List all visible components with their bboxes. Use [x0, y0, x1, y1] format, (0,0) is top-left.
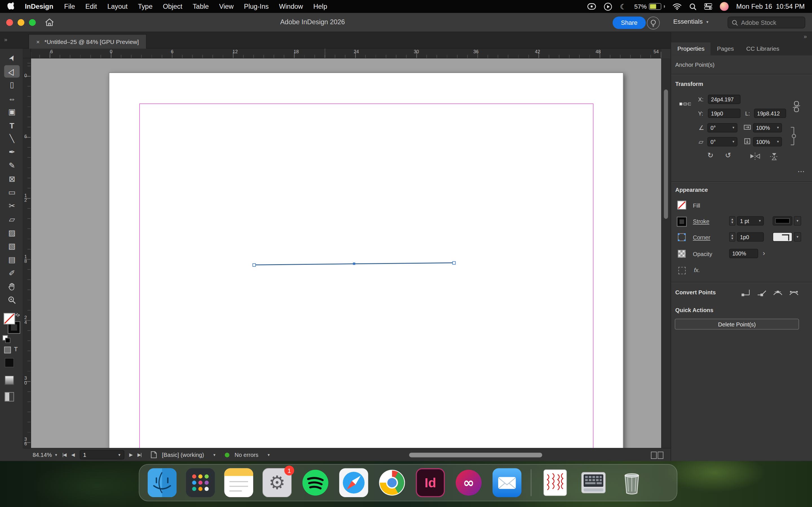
formatting-affects-text-icon[interactable]: T [14, 346, 18, 353]
formatting-affects-container-icon[interactable] [4, 347, 11, 353]
previous-page-button[interactable]: ◀ [71, 452, 74, 457]
rotate-cw-icon[interactable]: ↻ [707, 151, 714, 159]
stroke-style-preview[interactable] [772, 216, 792, 226]
preflight-profile-select[interactable]: [Basic] (working) ▾ [162, 452, 215, 458]
trash-icon[interactable] [617, 468, 646, 497]
tool-content-collector[interactable]: ▣ [4, 106, 20, 118]
tool-page[interactable]: ▯ [4, 78, 20, 91]
tab-overflow-left-icon[interactable]: » [4, 36, 7, 43]
control-center-icon[interactable] [704, 3, 712, 10]
chevron-down-icon[interactable]: ▾ [730, 126, 734, 130]
anchor-point-start[interactable] [253, 264, 255, 267]
x-field[interactable]: 24p4.197 [708, 95, 741, 104]
preflight-panel-icon[interactable] [151, 451, 157, 459]
tool-direct-selection[interactable]: ▷ [4, 65, 20, 77]
creative-cloud-icon[interactable]: ∞ [454, 468, 483, 497]
tool-pencil[interactable]: ✎ [4, 159, 20, 172]
stroke-swatch[interactable] [677, 217, 686, 226]
y-field[interactable]: 19p0 [708, 109, 741, 118]
swap-fill-stroke-icon[interactable]: ⇄ [14, 311, 21, 318]
more-options-icon[interactable]: ⋯ [798, 167, 806, 175]
corner-style-dropdown[interactable]: ▾ [794, 232, 801, 242]
tool-rectangle-frame[interactable]: ⊠ [4, 173, 20, 185]
apply-gradient-button[interactable] [5, 376, 14, 385]
tool-pen[interactable]: ✒ [4, 146, 20, 158]
adobe-stock-search[interactable]: Adobe Stock [728, 17, 806, 29]
creative-cloud-menu-icon[interactable] [587, 3, 596, 10]
chrome-icon[interactable] [377, 468, 407, 497]
scale-x-field[interactable]: 100%▾ [753, 123, 782, 132]
fill-proxy-swatch[interactable] [4, 313, 15, 324]
focus-moon-icon[interactable]: ☾ [620, 2, 626, 10]
document-tab[interactable]: × *Untitled–25 @ 84% [GPU Preview] [29, 34, 147, 49]
apply-color-button[interactable] [5, 358, 14, 367]
tab-close-icon[interactable]: × [36, 39, 40, 45]
chevron-down-icon[interactable]: ▾ [757, 219, 761, 223]
object-effects-icon[interactable] [678, 267, 686, 274]
corner-label[interactable]: Corner [693, 234, 711, 240]
constrain-scale-link-icon[interactable] [789, 125, 797, 147]
page-number-field[interactable]: 1 ▾ [80, 450, 124, 459]
corner-size-field[interactable]: 1p0 [737, 232, 764, 242]
menu-help[interactable]: Help [308, 3, 333, 10]
flip-vertical-icon[interactable] [770, 153, 778, 161]
anchor-point-middle[interactable] [353, 263, 355, 265]
spread-view-toggle[interactable] [651, 452, 663, 459]
convert-smooth-point-icon[interactable] [772, 288, 783, 296]
opacity-more-chevron[interactable]: › [763, 249, 765, 257]
stroke-weight-field[interactable]: 1 pt▾ [737, 216, 764, 226]
tool-zoom[interactable] [4, 294, 20, 306]
selected-path-overlay[interactable] [31, 59, 661, 448]
fill-swatch[interactable] [677, 201, 686, 210]
tool-type[interactable]: T [4, 119, 20, 131]
screen-mode-button[interactable] [5, 392, 14, 401]
battery-indicator[interactable]: 57% [634, 3, 665, 10]
window-minimize-button[interactable] [17, 19, 24, 26]
tool-line[interactable]: ╲ [4, 132, 20, 145]
opacity-field[interactable]: 100% [729, 249, 758, 258]
wifi-icon[interactable] [672, 3, 681, 10]
menu-plugins[interactable]: Plug-Ins [239, 3, 274, 10]
stroke-style-dropdown[interactable]: ▾ [794, 216, 801, 226]
panel-collapse-icon[interactable]: » [804, 33, 807, 40]
tab-cc-libraries[interactable]: CC Libraries [740, 43, 785, 55]
window-zoom-button[interactable] [29, 19, 36, 26]
menu-file[interactable]: File [59, 3, 80, 10]
tool-rectangle[interactable]: ▭ [4, 186, 20, 199]
launchpad-icon[interactable] [186, 468, 215, 497]
workspace-switcher[interactable]: Essentials ▾ [673, 18, 709, 25]
next-page-button[interactable]: ▶ [129, 452, 132, 457]
stroke-weight-stepper[interactable]: ▲▼ [729, 216, 735, 226]
menu-app-name[interactable]: InDesign [19, 3, 59, 10]
convert-corner-point-icon[interactable] [756, 288, 767, 296]
corner-size-stepper[interactable]: ▲▼ [729, 232, 735, 242]
vertical-scrollbar[interactable] [661, 59, 671, 448]
fill-label[interactable]: Fill [693, 202, 700, 209]
spotlight-search-icon[interactable] [689, 3, 696, 10]
safari-icon[interactable] [339, 468, 368, 497]
home-icon[interactable] [45, 17, 54, 29]
learn-bulb-icon[interactable] [647, 17, 660, 30]
tab-properties[interactable]: Properties [671, 43, 711, 55]
user-avatar[interactable] [720, 2, 728, 11]
first-page-button[interactable]: |◀ [62, 452, 66, 457]
canvas-pasteboard[interactable] [31, 59, 661, 448]
convert-symmetrical-point-icon[interactable] [789, 288, 799, 296]
menu-type[interactable]: Type [133, 3, 158, 10]
system-settings-icon[interactable]: ⚙ 1 [262, 468, 292, 497]
menu-edit[interactable]: Edit [80, 3, 102, 10]
tool-gradient-feather[interactable]: ▧ [4, 240, 20, 252]
menu-table[interactable]: Table [188, 3, 214, 10]
delete-points-button[interactable]: Delete Point(s) [675, 319, 799, 330]
anchor-point-end[interactable] [453, 262, 455, 264]
menu-object[interactable]: Object [158, 3, 188, 10]
chevron-down-icon[interactable]: ▾ [775, 140, 779, 144]
indesign-dock-icon[interactable]: Id [416, 468, 445, 497]
notes-icon[interactable] [224, 468, 253, 497]
last-page-button[interactable]: ▶| [138, 452, 141, 457]
stroke-label[interactable]: Stroke [693, 218, 709, 224]
tool-hand[interactable] [4, 281, 20, 293]
play-menu-icon[interactable] [604, 2, 612, 10]
constrain-dimensions-link-icon[interactable] [792, 101, 801, 112]
shear-field[interactable]: 0°▾ [707, 137, 738, 147]
